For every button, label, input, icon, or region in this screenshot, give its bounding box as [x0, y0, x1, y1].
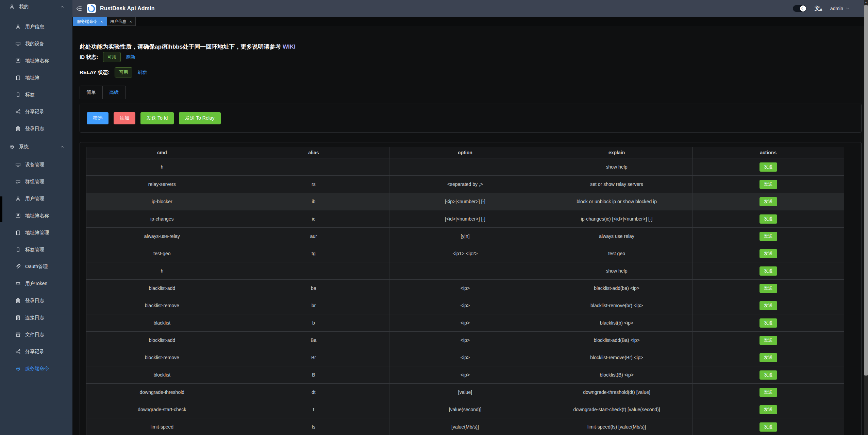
token-icon: [15, 281, 21, 286]
sidebar-item-label: 登录日志: [25, 126, 44, 132]
cell-alias: ib: [238, 193, 389, 210]
send-button[interactable]: 发送: [760, 232, 777, 241]
send-button[interactable]: 发送: [760, 388, 777, 397]
translate-icon[interactable]: 文A: [815, 5, 822, 12]
sidebar-item-user-info[interactable]: 用户信息: [0, 18, 72, 35]
sidebar-group-label: 系统: [19, 144, 29, 150]
wiki-link[interactable]: WIKI: [283, 44, 296, 50]
sidebar-item-login-logs[interactable]: 登录日志: [0, 120, 72, 137]
sidebar-group-system[interactable]: 系统: [0, 137, 72, 156]
send-to-id-button[interactable]: 发送 To Id: [140, 112, 174, 124]
sidebar-item-file-logs[interactable]: 文件日志: [0, 326, 72, 343]
column-header-explain: explain: [541, 147, 692, 158]
sidebar: 我的用户信息我的设备地址簿名称地址簿标签分享记录登录日志系统设备管理群组管理用户…: [0, 0, 72, 435]
cell-explain: blacklist(b) <ip>: [541, 314, 692, 332]
tab-simple[interactable]: 简单: [80, 86, 103, 99]
user-menu[interactable]: admin: [830, 6, 850, 11]
sidebar-item-addressbook-management[interactable]: 地址簿管理: [0, 224, 72, 241]
send-button[interactable]: 发送: [760, 405, 777, 414]
share-icon: [15, 349, 21, 354]
dark-mode-toggle[interactable]: ☾: [793, 5, 806, 12]
sidebar-item-my-devices[interactable]: 我的设备: [0, 35, 72, 52]
relay-status-row: RELAY 状态: 可用 刷新: [80, 67, 147, 78]
sidebar-item-server-commands[interactable]: 服务端命令: [0, 360, 72, 377]
cell-actions: 发送: [692, 245, 844, 262]
sidebar-item-label: 我的设备: [25, 41, 44, 47]
filter-button[interactable]: 筛选: [87, 112, 108, 124]
send-button[interactable]: 发送: [760, 266, 777, 276]
sidebar-item-tag-management[interactable]: 标签管理: [0, 241, 72, 258]
sidebar-item-addressbook-name[interactable]: 地址簿名称: [0, 52, 72, 69]
clipboard-icon: [15, 298, 21, 303]
send-button[interactable]: 发送: [760, 180, 777, 189]
id-status-badge: 可用: [103, 52, 121, 62]
experimental-notice: 此处功能为实验性质，请确保api和hbbs处于同一回环地址下，更多说明请参考 W…: [80, 43, 296, 51]
send-button[interactable]: 发送: [760, 336, 777, 345]
id-status-label: ID 状态:: [80, 54, 98, 60]
add-button[interactable]: 添加: [114, 112, 135, 124]
book-icon: [15, 213, 21, 219]
cell-actions: 发送: [692, 366, 844, 384]
send-button[interactable]: 发送: [760, 318, 777, 328]
send-button[interactable]: 发送: [760, 249, 777, 258]
cell-actions: 发送: [692, 193, 844, 210]
sidebar-group-mine[interactable]: 我的: [0, 0, 72, 14]
sidebar-item-user-management[interactable]: 用户管理: [0, 190, 72, 207]
cell-option: <ip>: [389, 280, 541, 297]
tab-advanced[interactable]: 高级: [103, 86, 126, 99]
cell-alias: [238, 158, 389, 176]
send-button[interactable]: 发送: [760, 162, 777, 172]
user-icon: [15, 196, 21, 202]
send-button[interactable]: 发送: [760, 353, 777, 362]
id-refresh-link[interactable]: 刷新: [126, 54, 135, 60]
sidebar-item-connection-logs[interactable]: 连接日志: [0, 309, 72, 326]
open-tabs-bar: 服务端命令×用户信息×: [72, 17, 864, 26]
send-button[interactable]: 发送: [760, 422, 777, 432]
send-to-relay-button[interactable]: 发送 To Relay: [179, 112, 220, 124]
cell-option: <ip>: [389, 332, 541, 349]
doc-icon: [15, 315, 21, 320]
cell-alias: [238, 262, 389, 280]
send-button[interactable]: 发送: [760, 370, 777, 380]
sidebar-item-oauth-management[interactable]: Oauth管理: [0, 258, 72, 275]
sidebar-item-label: 设备管理: [25, 162, 44, 168]
send-button[interactable]: 发送: [760, 284, 777, 293]
sidebar-item-user-token[interactable]: 用户Token: [0, 275, 72, 292]
table-row: blacklist-removebr<ip>blacklist-remove(b…: [86, 297, 844, 314]
table-row: limit-speedls[value(Mb/s)]limit-speed(ls…: [86, 418, 844, 435]
sidebar-item-label: 地址簿: [25, 75, 39, 81]
send-button[interactable]: 发送: [760, 301, 777, 310]
sidebar-item-label: 分享记录: [25, 109, 44, 115]
sidebar-item-device-management[interactable]: 设备管理: [0, 156, 72, 173]
scrollbar-up-arrow[interactable]: ▲: [864, 1, 868, 3]
send-button[interactable]: 发送: [760, 197, 777, 206]
cell-explain: downgrade-start-check(t) [value(second)]: [541, 401, 692, 418]
scrollbar-thumb[interactable]: [864, 5, 868, 376]
relay-refresh-link[interactable]: 刷新: [137, 69, 147, 75]
sidebar-item-group-management[interactable]: 群组管理: [0, 173, 72, 190]
sidebar-item-addressbook-name[interactable]: 地址簿名称: [0, 207, 72, 224]
send-button[interactable]: 发送: [760, 214, 777, 224]
app-window: 我的用户信息我的设备地址簿名称地址簿标签分享记录登录日志系统设备管理群组管理用户…: [0, 0, 868, 435]
table-header-row: cmdaliasoptionexplainactions: [86, 147, 844, 158]
sidebar-item-addressbook[interactable]: 地址簿: [0, 69, 72, 86]
close-icon[interactable]: ×: [100, 19, 103, 24]
sidebar-item-share-records[interactable]: 分享记录: [0, 343, 72, 360]
tab-server-commands[interactable]: 服务端命令×: [73, 17, 107, 26]
vertical-scrollbar[interactable]: ▲: [864, 0, 868, 435]
cell-explain: blacklist-add(ba) <ip>: [541, 280, 692, 297]
sidebar-item-tags[interactable]: 标签: [0, 86, 72, 103]
cell-actions: 发送: [692, 297, 844, 314]
column-header-cmd: cmd: [86, 147, 238, 158]
sidebar-item-label: 标签: [25, 92, 35, 98]
sidebar-item-label: 用户Token: [25, 281, 47, 287]
sidebar-item-share-records[interactable]: 分享记录: [0, 103, 72, 120]
close-icon[interactable]: ×: [130, 19, 132, 24]
collapse-sidebar-icon[interactable]: [76, 5, 82, 12]
tab-user-info[interactable]: 用户信息×: [107, 17, 136, 26]
table-row: hshow help发送: [86, 262, 844, 280]
relay-status-label: RELAY 状态:: [80, 69, 110, 76]
sidebar-item-login-logs[interactable]: 登录日志: [0, 292, 72, 309]
notebook-icon: [15, 75, 21, 81]
cell-option: [value(Mb/s)]: [389, 418, 541, 435]
